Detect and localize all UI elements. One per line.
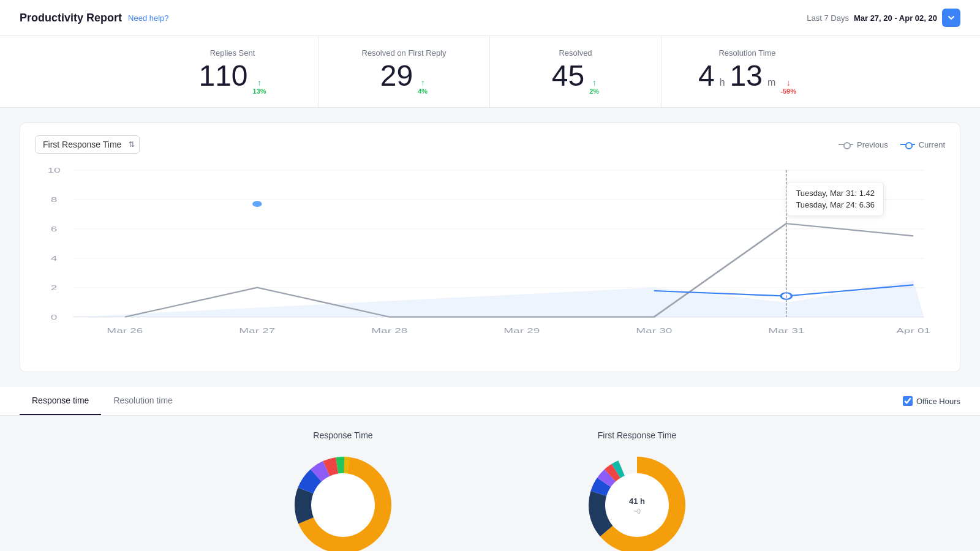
svg-text:0: 0 xyxy=(51,313,58,321)
svg-text:~0: ~0 xyxy=(633,508,641,515)
metric-change: ↓ -59% xyxy=(780,78,796,95)
metric-label: Resolved xyxy=(510,48,641,58)
legend-current: Current xyxy=(900,140,945,149)
svg-text:4: 4 xyxy=(51,255,58,263)
office-hours-label: Office Hours xyxy=(916,397,960,406)
legend-current-label: Current xyxy=(919,140,945,149)
svg-text:Mar 28: Mar 28 xyxy=(371,327,407,335)
donut-title: First Response Time xyxy=(514,430,760,440)
chart-metric-select[interactable]: First Response Time Resolution Time Repl… xyxy=(35,135,140,154)
metric-change-value: 2% xyxy=(589,88,599,95)
tabs-right: Office Hours xyxy=(903,396,960,406)
header-right: Last 7 Days Mar 27, 20 - Apr 02, 20 xyxy=(807,9,960,27)
svg-text:Mar 26: Mar 26 xyxy=(107,327,143,335)
svg-text:10: 10 xyxy=(48,167,61,174)
metric-resolved: Resolved 45 ↑ 2% xyxy=(490,36,662,107)
svg-text:41 h: 41 h xyxy=(629,497,645,506)
up-arrow-icon: ↑ xyxy=(257,78,262,88)
metric-value-hours: 4 xyxy=(698,61,715,91)
tab-response-time[interactable]: Response time xyxy=(20,387,101,415)
metric-resolved-first-reply: Resolved on First Reply 29 ↑ 4% xyxy=(318,36,490,107)
legend-previous: Previous xyxy=(839,140,888,149)
tab-label: Resolution time xyxy=(113,395,173,405)
metric-change: ↑ 13% xyxy=(253,78,266,95)
up-arrow-icon: ↑ xyxy=(592,78,597,88)
svg-marker-19 xyxy=(73,280,924,317)
tabs-row: Response time Resolution time Office Hou… xyxy=(0,387,980,416)
chart-legend: Previous Current xyxy=(839,140,945,149)
date-range: Mar 27, 20 - Apr 02, 20 xyxy=(854,13,937,23)
metric-change-value: 13% xyxy=(253,88,266,95)
metric-value: 29 xyxy=(380,61,413,91)
header-left: Productivity Report Need help? xyxy=(20,12,169,24)
donut-svg-2: 41 h ~0 xyxy=(582,450,692,551)
donuts-row: Response Time xyxy=(0,416,980,551)
metric-label: Replies Sent xyxy=(167,48,298,58)
metric-label: Resolution Time xyxy=(681,48,813,58)
help-link[interactable]: Need help? xyxy=(128,13,169,23)
office-hours-checkbox[interactable] xyxy=(903,396,913,406)
date-dropdown-button[interactable] xyxy=(942,9,960,27)
svg-text:2: 2 xyxy=(51,284,58,292)
svg-point-20 xyxy=(253,201,262,207)
chart-svg: 10 8 6 4 2 0 Mar 26 Mar 27 Mar 28 Mar 29… xyxy=(35,163,945,359)
donut-chart-2: 41 h ~0 xyxy=(582,450,692,551)
metric-value-row: 29 ↑ 4% xyxy=(338,61,470,95)
metric-value-row: 110 ↑ 13% xyxy=(167,61,298,95)
tab-label: Response time xyxy=(32,395,89,405)
svg-point-30 xyxy=(311,473,375,537)
donut-response-time: Response Time xyxy=(221,430,466,551)
metric-change: ↑ 4% xyxy=(418,78,428,95)
donut-svg-1 xyxy=(288,450,398,551)
metric-value-row: 4 h 13 m ↓ -59% xyxy=(681,61,813,95)
metric-resolution-time: Resolution Time 4 h 13 m ↓ -59% xyxy=(662,36,833,107)
metric-change-value: -59% xyxy=(780,88,796,95)
content-area: First Response Time Resolution Time Repl… xyxy=(0,108,980,551)
down-arrow-icon: ↓ xyxy=(786,78,791,88)
chevron-down-icon xyxy=(947,13,956,22)
page-title: Productivity Report xyxy=(20,12,122,24)
metric-value-row: 45 ↑ 2% xyxy=(510,61,641,95)
svg-text:8: 8 xyxy=(51,196,58,204)
minutes-label: m xyxy=(767,77,775,88)
chart-header: First Response Time Resolution Time Repl… xyxy=(35,135,945,154)
legend-previous-label: Previous xyxy=(857,140,888,149)
donut-chart-1 xyxy=(288,450,398,551)
metric-value-minutes: 13 xyxy=(730,61,763,91)
metric-change-value: 4% xyxy=(418,88,428,95)
chart-select-wrap[interactable]: First Response Time Resolution Time Repl… xyxy=(35,135,140,154)
metrics-row: Replies Sent 110 ↑ 13% Resolved on First… xyxy=(0,36,980,108)
metric-change: ↑ 2% xyxy=(589,78,599,95)
chart-area: 10 8 6 4 2 0 Mar 26 Mar 27 Mar 28 Mar 29… xyxy=(35,163,945,359)
metric-replies-sent: Replies Sent 110 ↑ 13% xyxy=(147,36,318,107)
tab-resolution-time[interactable]: Resolution time xyxy=(101,387,185,415)
metric-value: 110 xyxy=(198,61,247,91)
previous-line-icon xyxy=(839,144,853,145)
metric-label: Resolved on First Reply xyxy=(338,48,470,58)
current-line-icon xyxy=(900,144,915,145)
hours-label: h xyxy=(720,77,725,88)
metric-value: 45 xyxy=(552,61,584,91)
chart-card: First Response Time Resolution Time Repl… xyxy=(20,122,960,372)
svg-text:Apr 01: Apr 01 xyxy=(896,327,930,335)
donut-title: Response Time xyxy=(221,430,466,440)
tabs-left: Response time Resolution time xyxy=(20,387,185,415)
svg-text:Mar 30: Mar 30 xyxy=(636,327,672,335)
svg-text:Mar 29: Mar 29 xyxy=(503,327,540,335)
date-prefix: Last 7 Days xyxy=(807,13,849,23)
donut-first-response-time: First Response Time xyxy=(514,430,760,551)
up-arrow-icon: ↑ xyxy=(421,78,425,88)
svg-text:Mar 27: Mar 27 xyxy=(239,327,275,335)
svg-text:Mar 31: Mar 31 xyxy=(768,327,804,335)
page-header: Productivity Report Need help? Last 7 Da… xyxy=(0,0,980,36)
bottom-section: Response time Resolution time Office Hou… xyxy=(0,387,980,551)
svg-text:6: 6 xyxy=(51,225,58,233)
